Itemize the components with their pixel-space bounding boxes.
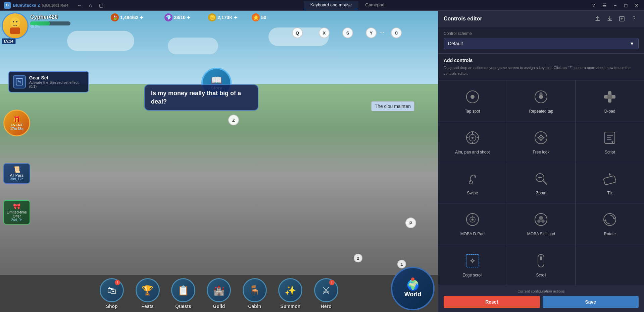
avatar-circle <box>2 12 29 39</box>
svg-point-25 <box>540 137 542 138</box>
world-button[interactable]: 🌍 World <box>391 267 435 310</box>
story-dialog-bubble: Is my money really that big of a deal? <box>144 84 258 111</box>
script-icon <box>600 128 619 147</box>
scheme-dropdown[interactable]: Default ▼ <box>444 38 639 49</box>
add-leaves-button[interactable]: + <box>140 14 144 21</box>
upload-scheme-button[interactable] <box>593 14 602 23</box>
free-look-icon <box>532 128 550 147</box>
nav-buttons: ← ⌂ ▢ <box>72 1 108 9</box>
event-button[interactable]: 🎁 EVENT 17m 38s <box>3 110 30 136</box>
quests-icon-circle: 📋 <box>171 278 195 302</box>
footer-action-buttons: Reset Save <box>444 296 639 308</box>
more-options-icon[interactable]: ⋯ <box>379 29 385 36</box>
control-repeated-tap[interactable]: Repeated tap <box>507 80 576 121</box>
summon-icon-circle: ✨ <box>278 278 302 302</box>
scroll-icon <box>532 251 550 270</box>
menu-button[interactable]: ☰ <box>600 1 609 9</box>
gold-icon: 🪙 <box>208 13 216 21</box>
key-badge-c[interactable]: C <box>391 27 402 38</box>
at-pass-button[interactable]: 📜 AT Pass 30d, 12h <box>3 163 30 184</box>
control-edge-scroll[interactable]: Edge scroll <box>438 244 507 285</box>
svg-point-2 <box>16 21 17 22</box>
nav-item-shop[interactable]: 🛍 ! Shop <box>94 277 130 310</box>
key-badge-y[interactable]: Y <box>366 27 377 38</box>
guild-icon-circle: 🏰 <box>207 278 231 302</box>
svg-point-43 <box>537 220 541 223</box>
level-badge: LV.14 <box>2 38 16 44</box>
close-button[interactable]: ✕ <box>632 1 641 9</box>
back-button[interactable]: ← <box>75 1 84 9</box>
control-scroll[interactable]: Scroll <box>507 244 576 285</box>
controls-footer: Current configuration actions Reset Save <box>438 285 644 312</box>
rotate-icon <box>600 210 619 229</box>
controls-editor-panel: Controls editor ? Control scheme Default… <box>438 11 644 312</box>
repeated-tap-icon <box>532 87 550 106</box>
player-name: Cypher420 <box>30 14 58 20</box>
key-badge-q[interactable]: Q <box>292 27 303 38</box>
resource-stars: ⭐ 50 <box>252 13 266 21</box>
control-moba-d-pad[interactable]: 6 MOBA D-Pad <box>438 203 507 244</box>
svg-rect-15 <box>607 95 612 99</box>
gear-set-notification[interactable]: Gear Set Activate the Blessed set effect… <box>8 71 89 92</box>
game-area[interactable]: The clou mainten LV.14 Cypher420 49.3% 🍃… <box>0 11 438 312</box>
control-moba-skill-pad[interactable]: MOBA Skill pad <box>507 203 576 244</box>
help-button[interactable]: ? <box>589 1 598 9</box>
d-pad-icon <box>600 87 619 106</box>
dropdown-chevron: ▼ <box>630 41 634 46</box>
tab-keyboard-mouse[interactable]: Keyboard and mouse <box>304 1 359 9</box>
export-scheme-button[interactable] <box>605 14 614 23</box>
star-icon: ⭐ <box>252 13 260 21</box>
key-badge-s[interactable]: S <box>342 27 353 38</box>
hero-icon-circle: ⚔ ! <box>314 278 338 302</box>
control-tap-spot[interactable]: Tap spot <box>438 80 507 121</box>
swipe-icon <box>463 169 482 188</box>
nav-item-quests[interactable]: 📋 Quests <box>165 277 201 310</box>
control-rotate[interactable]: Rotate <box>576 203 644 244</box>
nav-item-cabin[interactable]: 🪑 Cabin <box>237 277 273 310</box>
controls-editor-header: Controls editor ? <box>438 11 644 27</box>
nav-item-guild[interactable]: 🏰 Guild <box>201 277 237 310</box>
control-script[interactable]: Script <box>576 121 644 162</box>
header-icon-buttons: ? <box>593 14 639 23</box>
moba-skill-pad-icon <box>532 210 550 229</box>
key-badge-z[interactable]: Z <box>228 115 239 125</box>
control-zoom[interactable]: Zoom <box>507 162 576 203</box>
window-controls: ? ☰ − ◻ ✕ <box>586 1 644 9</box>
resource-leaves: 🍃 1,494/62 + <box>111 13 143 21</box>
help-editor-button[interactable]: ? <box>629 14 639 23</box>
limited-offer-button[interactable]: 🎀 Limited-time Offer 24d, 9h <box>3 200 30 225</box>
num-badge-2[interactable]: 2 <box>354 254 362 262</box>
control-tilt[interactable]: Tilt <box>576 162 644 203</box>
control-aim-pan-shoot[interactable]: Aim, pan and shoot <box>438 121 507 162</box>
resource-gold: 🪙 2,173K + <box>208 13 238 21</box>
player-avatar-area: LV.14 <box>0 11 30 54</box>
nav-item-feats[interactable]: 🏆 Feats <box>130 277 165 310</box>
key-badge-x[interactable]: X <box>319 27 330 38</box>
bottom-navigation: 🛍 ! Shop 🏆 Feats 📋 Quests 🏰 Guild 🪑 <box>0 275 438 312</box>
resource-gems: 💎 28/10 + <box>164 13 191 21</box>
svg-point-1 <box>13 21 14 22</box>
key-badge-p[interactable]: P <box>405 217 416 228</box>
import-scheme-button[interactable] <box>617 14 627 23</box>
hero-badge: ! <box>329 280 335 285</box>
tab-gamepad[interactable]: Gamepad <box>358 1 391 9</box>
control-swipe[interactable]: Swipe <box>438 162 507 203</box>
nav-item-hero[interactable]: ⚔ ! Hero <box>308 277 344 310</box>
tilt-icon <box>600 169 619 188</box>
add-gems-button[interactable]: + <box>187 14 191 21</box>
control-d-pad[interactable]: D-pad <box>576 80 644 121</box>
num-badge-1[interactable]: 1 <box>397 260 406 268</box>
cloud-1 <box>67 31 134 51</box>
home-button[interactable]: ⌂ <box>86 1 95 9</box>
save-button[interactable]: Save <box>543 296 639 308</box>
leaves-icon: 🍃 <box>111 13 119 21</box>
reset-button[interactable]: Reset <box>444 296 540 308</box>
cloud-text-popup: The clou mainten <box>371 101 414 111</box>
control-free-look[interactable]: Free look <box>507 121 576 162</box>
restore-button[interactable]: ◻ <box>621 1 631 9</box>
minimize-button[interactable]: − <box>610 1 620 9</box>
add-gold-button[interactable]: + <box>234 14 238 21</box>
world-red-dot <box>411 277 414 281</box>
nav-item-summon[interactable]: ✨ Summon <box>273 277 308 310</box>
recent-button[interactable]: ▢ <box>96 1 106 9</box>
